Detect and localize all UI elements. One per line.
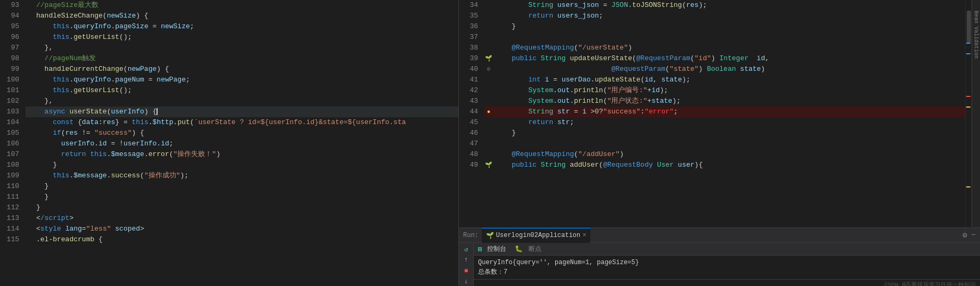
right-line-num-38: 38 bbox=[459, 43, 484, 53]
gutter-98 bbox=[26, 53, 34, 64]
gutter-93 bbox=[26, 0, 34, 11]
right-gutter-34 bbox=[484, 0, 493, 11]
code-line-98: 98 //pageNum触发 bbox=[0, 53, 458, 64]
right-line-content-35: return users_json; bbox=[493, 11, 965, 21]
right-line-content-41: int i = userDao.updateState(id, state); bbox=[493, 75, 965, 85]
run-tab: Run: 🌱 Userlogin02Application × bbox=[463, 228, 590, 243]
right-gutter-38 bbox=[484, 43, 493, 53]
run-label: Run: bbox=[463, 232, 479, 239]
gutter-103 bbox=[26, 107, 34, 117]
tab-console[interactable]: ▤ 控制台 bbox=[478, 244, 506, 254]
run-tab-icons: ⚙ − bbox=[962, 231, 976, 240]
right-line-num-49: 49 bbox=[459, 160, 484, 170]
run-tab-label[interactable]: 🌱 Userlogin02Application × bbox=[482, 228, 591, 243]
line-num-93: 93 bbox=[0, 0, 26, 11]
bottom-panel: Run: 🌱 Userlogin02Application × ⚙ − ↺ ↑ bbox=[459, 227, 980, 286]
console-tab-bar: ▤ 控制台 🐛 断点 bbox=[474, 243, 980, 256]
right-code-line-46: 46 } bbox=[459, 128, 965, 138]
right-gutter-43 bbox=[484, 96, 493, 107]
bean-validation-sidebar: Bean Validation bbox=[971, 0, 980, 227]
right-line-num-48: 48 bbox=[459, 149, 484, 160]
right-gutter-45 bbox=[484, 117, 493, 128]
line-content-112: } bbox=[34, 202, 458, 213]
gutter-111 bbox=[26, 192, 34, 202]
run-tab-name: Userlogin02Application bbox=[496, 232, 580, 239]
run-tab-close[interactable]: × bbox=[582, 232, 586, 239]
run-restart-btn[interactable]: ↺ bbox=[461, 245, 472, 254]
gutter-102 bbox=[26, 96, 34, 107]
line-content-96: this.getUserList(); bbox=[34, 32, 458, 43]
gutter-105 bbox=[26, 128, 34, 138]
settings-icon[interactable]: ⚙ bbox=[962, 231, 967, 240]
breakpoints-icon: 🐛 bbox=[515, 246, 523, 253]
right-code-line-43: 43 System.out.println("用户状态:"+state); bbox=[459, 96, 965, 107]
right-line-num-42: 42 bbox=[459, 85, 484, 96]
right-gutter-47 bbox=[484, 138, 493, 149]
editor-container: 93 //pageSize最大数 94 handleSizeChange(new… bbox=[0, 0, 980, 286]
right-line-content-49: public String addUser(@RequestBody User … bbox=[493, 160, 965, 170]
code-line-108: 108 } bbox=[0, 160, 458, 170]
line-content-115: .el-breadcrumb { bbox=[34, 234, 458, 245]
code-line-101: 101 this.getUserList(); bbox=[0, 85, 458, 96]
code-line-113: 113 </script> bbox=[0, 213, 458, 224]
right-code-line-36: 36 } bbox=[459, 21, 965, 32]
right-code-area[interactable]: 34 String users_json = JSON.toJSONString… bbox=[459, 0, 965, 227]
console-line-1: QueryInfo{query='', pageNum=1, pageSize=… bbox=[478, 258, 976, 267]
right-code-line-35: 35 return users_json; bbox=[459, 11, 965, 21]
right-line-num-36: 36 bbox=[459, 21, 484, 32]
line-content-101: this.getUserList(); bbox=[34, 85, 458, 96]
right-line-content-38: @RequestMapping("/userState") bbox=[493, 43, 965, 53]
bean-validation-label: Bean Validation bbox=[973, 11, 979, 59]
right-line-content-34: String users_json = JSON.toJSONString(re… bbox=[493, 0, 965, 11]
right-line-content-39: public String updateUserState(@RequestPa… bbox=[493, 53, 965, 64]
code-line-103: 103 async userState(userInfo) { bbox=[0, 107, 458, 117]
right-gutter-42 bbox=[484, 85, 493, 96]
right-scrollbar[interactable] bbox=[965, 0, 971, 227]
line-content-97: }, bbox=[34, 43, 458, 53]
right-gutter-39: 🌱 bbox=[484, 53, 493, 64]
code-line-96: 96 this.getUserList(); bbox=[0, 32, 458, 43]
line-num-104: 104 bbox=[0, 117, 26, 128]
console-line-2: 总条数：7 bbox=[478, 267, 976, 277]
line-num-113: 113 bbox=[0, 213, 26, 224]
left-code-area[interactable]: 93 //pageSize最大数 94 handleSizeChange(new… bbox=[0, 0, 458, 286]
line-num-96: 96 bbox=[0, 32, 26, 43]
line-content-111: } bbox=[34, 192, 458, 202]
scroll-down-btn[interactable]: ↓ bbox=[461, 277, 472, 286]
code-line-94: 94 handleSizeChange(newSize) { bbox=[0, 11, 458, 21]
right-line-content-45: return str; bbox=[493, 117, 965, 128]
gutter-108 bbox=[26, 160, 34, 170]
line-content-107: return this.$message.error("操作失败！") bbox=[34, 149, 458, 160]
code-line-110: 110 } bbox=[0, 181, 458, 192]
line-num-97: 97 bbox=[0, 43, 26, 53]
code-line-105: 105 if(res != "success") { bbox=[0, 128, 458, 138]
scroll-up-btn[interactable]: ↑ bbox=[461, 256, 472, 264]
line-num-95: 95 bbox=[0, 21, 26, 32]
line-num-109: 109 bbox=[0, 170, 26, 181]
right-gutter-49: 🌱 bbox=[484, 160, 493, 170]
right-line-num-41: 41 bbox=[459, 75, 484, 85]
console-content: QueryInfo{query='', pageNum=1, pageSize=… bbox=[474, 256, 980, 279]
right-line-num-46: 46 bbox=[459, 128, 484, 138]
gutter-107 bbox=[26, 149, 34, 160]
line-content-113: </script> bbox=[34, 213, 458, 224]
csdn-watermark: CSDN @不要排斥学习任何一种知识 bbox=[884, 281, 976, 286]
right-line-num-45: 45 bbox=[459, 117, 484, 128]
gutter-100 bbox=[26, 75, 34, 85]
right-line-content-48: @RequestMapping("/addUser") bbox=[493, 149, 965, 160]
code-line-95: 95 this.queryInfo.pageSize = newSize; bbox=[0, 21, 458, 32]
code-line-102: 102 }, bbox=[0, 96, 458, 107]
code-line-99: 99 handleCurrentChange(newPage) { bbox=[0, 64, 458, 75]
code-line-107: 107 return this.$message.error("操作失败！") bbox=[0, 149, 458, 160]
line-content-109: this.$message.success("操作成功"); bbox=[34, 170, 458, 181]
tab-breakpoints[interactable]: 🐛 断点 bbox=[515, 244, 541, 254]
gutter-96 bbox=[26, 32, 34, 43]
right-line-num-37: 37 bbox=[459, 32, 484, 43]
right-gutter-46 bbox=[484, 128, 493, 138]
gutter-114 bbox=[26, 224, 34, 234]
line-content-98: //pageNum触发 bbox=[34, 53, 458, 64]
minus-icon[interactable]: − bbox=[971, 231, 976, 240]
line-num-101: 101 bbox=[0, 85, 26, 96]
left-panel: 93 //pageSize最大数 94 handleSizeChange(new… bbox=[0, 0, 459, 286]
stop-btn[interactable]: ■ bbox=[461, 267, 472, 275]
